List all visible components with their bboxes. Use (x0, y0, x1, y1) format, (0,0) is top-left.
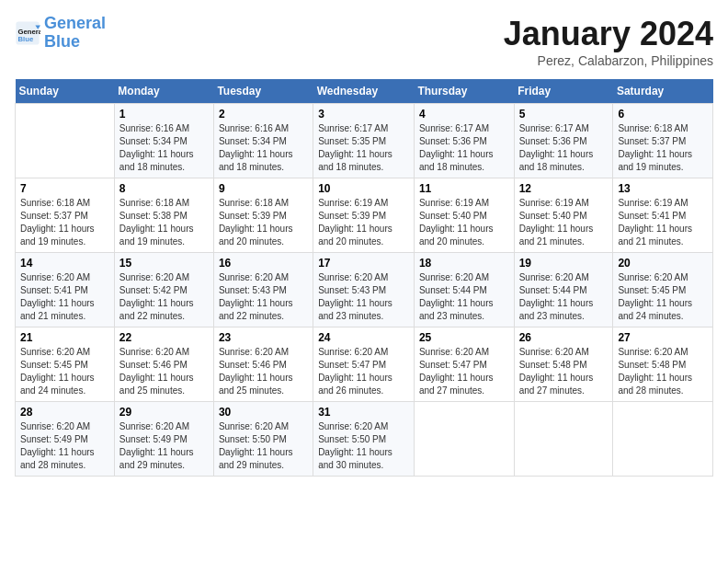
day-info: Sunrise: 6:18 AM Sunset: 5:39 PM Dayligh… (219, 197, 308, 248)
day-number: 10 (318, 182, 409, 195)
day-cell: 3Sunrise: 6:17 AM Sunset: 5:35 PM Daylig… (313, 104, 415, 178)
day-number: 29 (119, 406, 209, 419)
day-info: Sunrise: 6:20 AM Sunset: 5:47 PM Dayligh… (318, 346, 409, 397)
day-info: Sunrise: 6:19 AM Sunset: 5:39 PM Dayligh… (318, 197, 409, 248)
day-cell: 4Sunrise: 6:17 AM Sunset: 5:36 PM Daylig… (414, 104, 514, 178)
weekday-monday: Monday (114, 79, 213, 104)
day-number: 24 (318, 331, 409, 344)
day-cell: 24Sunrise: 6:20 AM Sunset: 5:47 PM Dayli… (313, 327, 415, 402)
calendar-table: SundayMondayTuesdayWednesdayThursdayFrid… (15, 79, 713, 477)
location: Perez, Calabarzon, Philippines (504, 53, 713, 68)
day-cell: 14Sunrise: 6:20 AM Sunset: 5:41 PM Dayli… (16, 253, 115, 327)
day-number: 13 (618, 182, 708, 195)
day-number: 2 (219, 108, 308, 121)
day-cell: 18Sunrise: 6:20 AM Sunset: 5:44 PM Dayli… (414, 253, 514, 327)
week-row-1: 1Sunrise: 6:16 AM Sunset: 5:34 PM Daylig… (16, 104, 713, 178)
day-info: Sunrise: 6:20 AM Sunset: 5:46 PM Dayligh… (119, 346, 209, 397)
day-cell: 10Sunrise: 6:19 AM Sunset: 5:39 PM Dayli… (313, 178, 415, 253)
day-cell: 13Sunrise: 6:19 AM Sunset: 5:41 PM Dayli… (613, 178, 713, 253)
day-cell: 12Sunrise: 6:19 AM Sunset: 5:40 PM Dayli… (514, 178, 613, 253)
day-number: 14 (20, 257, 109, 270)
day-cell: 7Sunrise: 6:18 AM Sunset: 5:37 PM Daylig… (16, 178, 115, 253)
day-number: 19 (519, 257, 609, 270)
weekday-tuesday: Tuesday (213, 79, 313, 104)
day-cell: 16Sunrise: 6:20 AM Sunset: 5:43 PM Dayli… (213, 253, 313, 327)
day-number: 15 (119, 257, 209, 270)
title-block: January 2024 Perez, Calabarzon, Philippi… (504, 15, 713, 68)
day-info: Sunrise: 6:18 AM Sunset: 5:38 PM Dayligh… (119, 197, 209, 248)
day-number: 22 (119, 331, 209, 344)
day-info: Sunrise: 6:20 AM Sunset: 5:46 PM Dayligh… (219, 346, 308, 397)
day-cell: 21Sunrise: 6:20 AM Sunset: 5:45 PM Dayli… (16, 327, 115, 402)
day-cell: 28Sunrise: 6:20 AM Sunset: 5:49 PM Dayli… (16, 402, 115, 477)
day-info: Sunrise: 6:17 AM Sunset: 5:36 PM Dayligh… (419, 122, 509, 174)
day-info: Sunrise: 6:20 AM Sunset: 5:42 PM Dayligh… (119, 271, 209, 323)
day-number: 7 (20, 182, 109, 195)
weekday-saturday: Saturday (613, 79, 713, 104)
week-row-4: 21Sunrise: 6:20 AM Sunset: 5:45 PM Dayli… (16, 327, 713, 402)
day-number: 20 (618, 257, 708, 270)
day-info: Sunrise: 6:20 AM Sunset: 5:43 PM Dayligh… (318, 271, 409, 323)
day-number: 12 (519, 182, 609, 195)
day-number: 23 (219, 331, 308, 344)
day-info: Sunrise: 6:20 AM Sunset: 5:41 PM Dayligh… (20, 271, 109, 323)
day-info: Sunrise: 6:20 AM Sunset: 5:50 PM Dayligh… (318, 420, 409, 472)
day-number: 6 (618, 108, 708, 121)
weekday-header-row: SundayMondayTuesdayWednesdayThursdayFrid… (16, 79, 713, 104)
day-cell: 30Sunrise: 6:20 AM Sunset: 5:50 PM Dayli… (213, 402, 313, 477)
day-info: Sunrise: 6:16 AM Sunset: 5:34 PM Dayligh… (219, 122, 308, 174)
day-info: Sunrise: 6:19 AM Sunset: 5:40 PM Dayligh… (519, 197, 609, 248)
day-info: Sunrise: 6:17 AM Sunset: 5:36 PM Dayligh… (519, 122, 609, 174)
weekday-friday: Friday (514, 79, 613, 104)
week-row-5: 28Sunrise: 6:20 AM Sunset: 5:49 PM Dayli… (16, 402, 713, 477)
logo-icon: General Blue (15, 20, 40, 46)
day-cell: 5Sunrise: 6:17 AM Sunset: 5:36 PM Daylig… (514, 104, 613, 178)
day-cell (514, 402, 613, 477)
day-cell (414, 402, 514, 477)
day-info: Sunrise: 6:20 AM Sunset: 5:44 PM Dayligh… (419, 271, 509, 323)
day-cell (613, 402, 713, 477)
week-row-3: 14Sunrise: 6:20 AM Sunset: 5:41 PM Dayli… (16, 253, 713, 327)
day-cell: 19Sunrise: 6:20 AM Sunset: 5:44 PM Dayli… (514, 253, 613, 327)
day-cell: 20Sunrise: 6:20 AM Sunset: 5:45 PM Dayli… (613, 253, 713, 327)
day-number: 1 (119, 108, 209, 121)
day-number: 11 (419, 182, 509, 195)
weekday-thursday: Thursday (414, 79, 514, 104)
day-info: Sunrise: 6:20 AM Sunset: 5:47 PM Dayligh… (419, 346, 509, 397)
day-cell (16, 104, 115, 178)
day-cell: 17Sunrise: 6:20 AM Sunset: 5:43 PM Dayli… (313, 253, 415, 327)
day-number: 3 (318, 108, 409, 121)
day-cell: 15Sunrise: 6:20 AM Sunset: 5:42 PM Dayli… (114, 253, 213, 327)
day-cell: 23Sunrise: 6:20 AM Sunset: 5:46 PM Dayli… (213, 327, 313, 402)
day-number: 21 (20, 331, 109, 344)
day-number: 31 (318, 406, 409, 419)
calendar-body: 1Sunrise: 6:16 AM Sunset: 5:34 PM Daylig… (16, 104, 713, 477)
day-number: 8 (119, 182, 209, 195)
day-info: Sunrise: 6:19 AM Sunset: 5:41 PM Dayligh… (618, 197, 708, 248)
day-info: Sunrise: 6:20 AM Sunset: 5:49 PM Dayligh… (119, 420, 209, 472)
day-info: Sunrise: 6:18 AM Sunset: 5:37 PM Dayligh… (618, 122, 708, 174)
page-header: General Blue General Blue January 2024 P… (15, 15, 713, 68)
day-info: Sunrise: 6:20 AM Sunset: 5:49 PM Dayligh… (20, 420, 109, 472)
logo-text: General Blue (44, 15, 106, 52)
day-cell: 27Sunrise: 6:20 AM Sunset: 5:48 PM Dayli… (613, 327, 713, 402)
day-info: Sunrise: 6:20 AM Sunset: 5:48 PM Dayligh… (519, 346, 609, 397)
day-number: 4 (419, 108, 509, 121)
day-number: 5 (519, 108, 609, 121)
day-cell: 2Sunrise: 6:16 AM Sunset: 5:34 PM Daylig… (213, 104, 313, 178)
day-cell: 11Sunrise: 6:19 AM Sunset: 5:40 PM Dayli… (414, 178, 514, 253)
day-number: 9 (219, 182, 308, 195)
weekday-sunday: Sunday (16, 79, 115, 104)
day-number: 26 (519, 331, 609, 344)
weekday-wednesday: Wednesday (313, 79, 415, 104)
day-number: 27 (618, 331, 708, 344)
day-cell: 31Sunrise: 6:20 AM Sunset: 5:50 PM Dayli… (313, 402, 415, 477)
day-number: 25 (419, 331, 509, 344)
day-cell: 8Sunrise: 6:18 AM Sunset: 5:38 PM Daylig… (114, 178, 213, 253)
svg-text:Blue: Blue (18, 35, 34, 43)
month-title: January 2024 (504, 15, 713, 53)
day-info: Sunrise: 6:20 AM Sunset: 5:43 PM Dayligh… (219, 271, 308, 323)
day-cell: 29Sunrise: 6:20 AM Sunset: 5:49 PM Dayli… (114, 402, 213, 477)
day-info: Sunrise: 6:19 AM Sunset: 5:40 PM Dayligh… (419, 197, 509, 248)
day-number: 18 (419, 257, 509, 270)
